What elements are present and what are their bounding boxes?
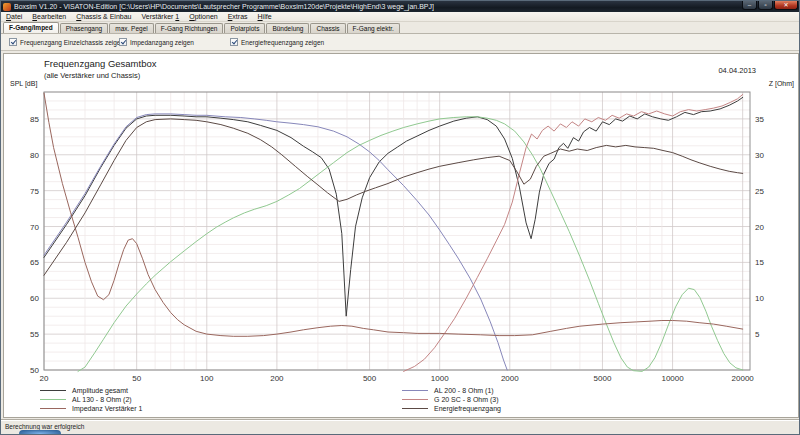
x-tick: 500: [363, 374, 377, 383]
legend-label: Amplitude gesamt: [72, 387, 128, 394]
tab-max-pegel[interactable]: max. Pegel: [109, 23, 154, 33]
y-right-tick: 15: [755, 258, 764, 267]
menu-item-extras[interactable]: Extras: [223, 12, 253, 22]
chart-date: 04.04.2013: [718, 66, 756, 75]
series-g-20-sc-8-ohm-3: [404, 95, 743, 372]
tab-polarplots[interactable]: Polarplots: [224, 23, 265, 33]
window-title: Boxsim V1.20 - VISATON-Edition [C:\Users…: [14, 1, 434, 12]
plot-border: [44, 92, 750, 370]
series-al-200-8-ohm-1: [44, 114, 507, 370]
legend-item-impedanz-verstärker-1: Impedanz Verstärker 1: [40, 404, 142, 413]
app-window: Boxsim V1.20 - VISATON-Edition [C:\Users…: [0, 0, 800, 435]
menu-item-chassis-einbau[interactable]: Chassis & Einbau: [71, 12, 136, 22]
x-tick: 50: [132, 374, 141, 383]
chart-panel: Frequenzgang Gesamtbox (alle Verstärker …: [3, 53, 799, 418]
legend-label: Energiefrequenzgang: [434, 405, 501, 412]
menu-item-bearbeiten[interactable]: Bearbeiten: [27, 12, 71, 22]
taskbar-peek: [19, 430, 61, 435]
checkbox-box[interactable]: [119, 38, 127, 46]
y-left-tick: 85: [30, 115, 39, 124]
checkbox-frequenzgang-einzelchassis-zeigen[interactable]: Frequenzgang Einzelchassis zeigen: [9, 38, 124, 46]
legend-swatch: [40, 408, 66, 409]
checkbox-row: Frequenzgang Einzelchassis zeigenImpedan…: [1, 34, 800, 51]
y-right-tick: 5: [755, 330, 760, 339]
y-left-tick: 70: [30, 223, 39, 232]
legend-swatch: [402, 408, 428, 409]
y-left-tick: 80: [30, 151, 39, 160]
tab-f-gang-imped[interactable]: F-Gang/Imped: [3, 22, 59, 33]
tab-f-gang-richtungen[interactable]: F-Gang Richtungen: [155, 23, 224, 33]
tab-phasengang[interactable]: Phasengang: [60, 23, 109, 33]
tab-bündelung[interactable]: Bündelung: [266, 23, 309, 33]
frequency-chart: 5055606570758085510152025303520501002005…: [4, 86, 800, 384]
checkbox-label: Energiefrequenzgang zeigen: [241, 39, 324, 46]
y-left-tick: 50: [30, 366, 39, 375]
menubar: DateiBearbeitenChassis & EinbauVerstärke…: [1, 12, 800, 22]
x-tick: 200: [270, 374, 284, 383]
menu-item-verstärker-1[interactable]: Verstärker 1: [137, 12, 185, 22]
y-right-tick: 35: [755, 115, 764, 124]
legend-item-g-20-sc-8-ohm-3: G 20 SC - 8 Ohm (3): [402, 395, 499, 404]
legend-swatch: [402, 390, 428, 391]
minimize-button[interactable]: –: [742, 1, 757, 10]
y-left-tick: 75: [30, 187, 39, 196]
maximize-button[interactable]: ▫: [758, 1, 773, 10]
y-left-tick: 60: [30, 294, 39, 303]
legend-label: AL 200 - 8 Ohm (1): [434, 387, 494, 394]
legend-item-energiefrequenzgang: Energiefrequenzgang: [402, 404, 501, 413]
tab-chassis[interactable]: Chassis: [310, 23, 345, 33]
checkbox-box[interactable]: [9, 38, 17, 46]
legend-item-al-200-8-ohm-1: AL 200 - 8 Ohm (1): [402, 386, 494, 395]
window-buttons: – ▫ ✕: [741, 1, 798, 10]
checkbox-label: Impedanzgang zeigen: [130, 39, 194, 46]
status-text: Berechnung war erfolgreich: [5, 423, 85, 430]
y-right-tick: 20: [755, 223, 764, 232]
x-tick: 20: [40, 374, 49, 383]
x-tick: 10000: [661, 374, 684, 383]
x-tick: 1000: [431, 374, 449, 383]
close-button[interactable]: ✕: [774, 1, 798, 10]
legend-label: G 20 SC - 8 Ohm (3): [434, 396, 499, 403]
y-right-tick: 10: [755, 294, 764, 303]
x-tick: 20000: [732, 374, 755, 383]
legend-swatch: [40, 390, 66, 391]
checkbox-label: Frequenzgang Einzelchassis zeigen: [20, 39, 124, 46]
legend-item-al-130-8-ohm-2: AL 130 - 8 Ohm (2): [40, 395, 132, 404]
checkbox-energiefrequenzgang-zeigen[interactable]: Energiefrequenzgang zeigen: [230, 38, 324, 46]
tab-f-gang-elektr[interactable]: F-Gang elektr.: [347, 23, 400, 33]
series-energiefrequenzgang: [44, 119, 743, 275]
series-impedanz-verstärker-1: [44, 93, 743, 336]
legend-item-amplitude-gesamt: Amplitude gesamt: [40, 386, 128, 395]
menu-item-hilfe[interactable]: Hilfe: [253, 12, 277, 22]
app-icon: [3, 3, 11, 11]
status-bar: Berechnung war erfolgreich: [1, 420, 800, 435]
y-right-tick: 25: [755, 187, 764, 196]
tab-strip: F-Gang/ImpedPhasengangmax. PegelF-Gang R…: [1, 23, 800, 34]
legend-swatch: [40, 399, 66, 400]
y-left-tick: 55: [30, 330, 39, 339]
chart-subtitle: (alle Verstärker und Chassis): [44, 71, 140, 80]
menu-item-optionen[interactable]: Optionen: [184, 12, 222, 22]
x-tick: 2000: [501, 374, 519, 383]
x-tick: 100: [200, 374, 214, 383]
legend-label: Impedanz Verstärker 1: [72, 405, 142, 412]
legend-swatch: [402, 399, 428, 400]
menu-item-datei[interactable]: Datei: [1, 12, 27, 22]
checkbox-box[interactable]: [230, 38, 238, 46]
y-right-tick: 30: [755, 151, 764, 160]
titlebar: Boxsim V1.20 - VISATON-Edition [C:\Users…: [1, 1, 800, 12]
series-amplitude-gesamt: [44, 97, 743, 316]
chart-title: Frequenzgang Gesamtbox: [44, 58, 156, 69]
checkbox-impedanzgang-zeigen[interactable]: Impedanzgang zeigen: [119, 38, 194, 46]
x-tick: 5000: [594, 374, 612, 383]
legend-label: AL 130 - 8 Ohm (2): [72, 396, 132, 403]
y-left-tick: 65: [30, 258, 39, 267]
